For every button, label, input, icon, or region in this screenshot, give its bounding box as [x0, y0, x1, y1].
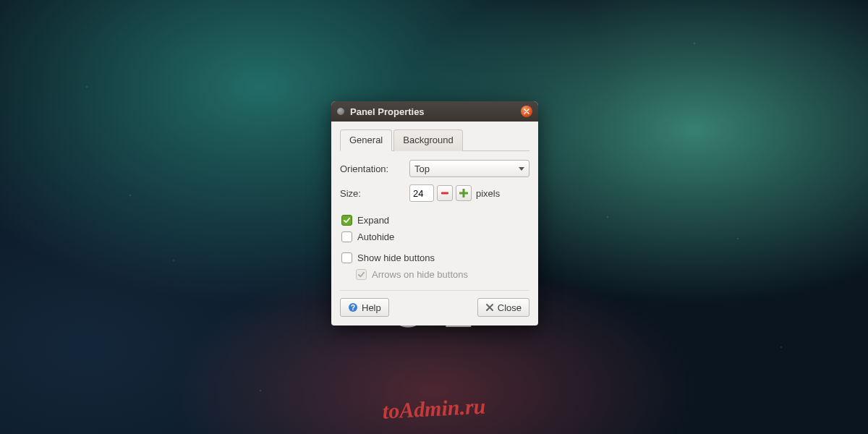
arrows-checkbox	[356, 269, 367, 280]
window-menu-icon	[337, 108, 344, 115]
expand-row: Expand	[340, 215, 529, 226]
titlebar[interactable]: Panel Properties	[331, 101, 538, 122]
svg-text:?: ?	[351, 304, 355, 312]
expand-checkbox[interactable]	[341, 215, 352, 226]
show-hide-buttons-checkbox[interactable]	[341, 252, 352, 263]
size-row: Size: pixels	[340, 184, 529, 202]
check-icon	[343, 216, 351, 224]
help-button-label: Help	[362, 302, 381, 313]
size-input[interactable]	[409, 184, 434, 202]
tab-background[interactable]: Background	[393, 129, 462, 151]
chevron-down-icon	[519, 167, 524, 171]
expand-label: Expand	[357, 215, 389, 226]
close-icon	[485, 303, 494, 312]
window-title: Panel Properties	[350, 106, 521, 117]
help-button[interactable]: ? Help	[340, 298, 389, 317]
orientation-label: Orientation:	[340, 163, 409, 174]
size-decrement-button[interactable]	[437, 185, 453, 201]
orientation-select[interactable]: Top	[409, 160, 529, 177]
autohide-checkbox[interactable]	[341, 231, 352, 242]
tabs: General Background	[340, 129, 529, 151]
check-icon	[357, 271, 365, 278]
show-hide-buttons-row: Show hide buttons	[340, 252, 529, 263]
autohide-row: Autohide	[340, 231, 529, 242]
dialog-body: General Background Orientation: Top Size…	[331, 122, 538, 326]
orientation-value: Top	[414, 163, 430, 174]
size-unit: pixels	[476, 188, 500, 199]
close-button-label: Close	[498, 302, 522, 313]
orientation-row: Orientation: Top	[340, 160, 529, 177]
panel-properties-dialog: Panel Properties General Background Orie…	[331, 101, 538, 326]
arrows-label: Arrows on hide buttons	[372, 269, 468, 280]
plus-icon	[459, 189, 468, 197]
size-increment-button[interactable]	[456, 185, 472, 201]
svg-rect-0	[441, 192, 448, 195]
autohide-label: Autohide	[357, 231, 394, 242]
arrows-row: Arrows on hide buttons	[340, 269, 529, 280]
watermark: toAdmin.ru	[382, 393, 486, 423]
close-button[interactable]: Close	[477, 298, 529, 317]
size-label: Size:	[340, 188, 409, 199]
close-icon	[524, 109, 529, 114]
help-icon: ?	[348, 302, 358, 312]
tab-general[interactable]: General	[340, 129, 392, 151]
minus-icon	[441, 191, 449, 195]
close-window-button[interactable]	[521, 106, 532, 117]
size-control: pixels	[409, 184, 500, 202]
dialog-footer: ? Help Close	[340, 290, 529, 317]
show-hide-buttons-label: Show hide buttons	[357, 252, 435, 263]
